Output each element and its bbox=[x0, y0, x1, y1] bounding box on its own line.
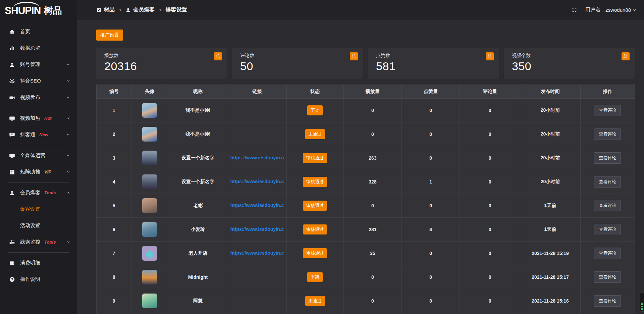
videos-table-wrap: 编号头像昵称链接状态播放量点赞量评论量发布时间操作 1我不是小帅!下架00020… bbox=[96, 85, 635, 314]
stat-card-plays: 播放数20316总 bbox=[96, 48, 227, 79]
view-comments-button[interactable]: 查看评论 bbox=[594, 224, 621, 235]
view-comments-button[interactable]: 查看评论 bbox=[594, 152, 621, 164]
cell-nickname: 设置一个新名字 bbox=[168, 170, 228, 194]
view-comments-button[interactable]: 查看评论 bbox=[594, 128, 621, 140]
avatar bbox=[142, 174, 157, 189]
table-row: 1我不是小帅!下架00020小时前查看评论 bbox=[97, 99, 635, 122]
stat-value: 581 bbox=[376, 60, 491, 73]
cell-comments: 0 bbox=[460, 218, 520, 242]
topbar-right: 用户名： zswodun88 bbox=[572, 7, 637, 13]
stat-card-comments: 评论数50总 bbox=[232, 48, 363, 79]
sidebar-item-consume-detail[interactable]: 消费明细 bbox=[0, 255, 77, 271]
sidebar: SHUPIN 树品 首页数据总览账号管理抖音SEO视频发布视频加热Hot抖客通N… bbox=[0, 0, 77, 314]
cell-id: 8 bbox=[97, 265, 131, 289]
sidebar-divider bbox=[8, 252, 69, 253]
sidebar-item-matrix-boost[interactable]: 矩阵助推VIP bbox=[0, 164, 77, 180]
stats-cards: 播放数20316总评论数50总点赞数581总视频个数350总 bbox=[96, 48, 635, 79]
cell-avatar bbox=[131, 146, 168, 170]
cell-id: 9 bbox=[97, 289, 131, 313]
sidebar-item-account-manage[interactable]: 账号管理 bbox=[0, 56, 77, 73]
sidebar-item-badge: New bbox=[39, 132, 48, 137]
avatar bbox=[142, 127, 157, 142]
stat-label: 播放数 bbox=[104, 53, 219, 59]
sidebar-item-label: 消费明细 bbox=[20, 260, 40, 266]
avatar bbox=[142, 294, 157, 308]
cell-status: 未通过 bbox=[286, 289, 343, 313]
view-comments-button[interactable]: 查看评论 bbox=[594, 176, 621, 188]
wallet-icon bbox=[9, 260, 15, 266]
view-comments-button[interactable]: 查看评论 bbox=[594, 271, 621, 283]
cell-avatar bbox=[131, 99, 168, 122]
username-value: zswodun88 bbox=[605, 7, 631, 13]
sidebar-item-data-overview[interactable]: 数据总览 bbox=[0, 40, 77, 56]
view-comments-button[interactable]: 查看评论 bbox=[594, 248, 621, 259]
sidebar-divider bbox=[8, 182, 69, 182]
home-icon bbox=[9, 29, 15, 35]
cell-action: 查看评论 bbox=[580, 122, 635, 146]
video-link[interactable]: https://www.iesdouyin.c bbox=[230, 179, 284, 184]
cell-action: 查看评论 bbox=[580, 242, 635, 265]
sidebar-divider bbox=[8, 145, 69, 145]
avatar bbox=[142, 103, 157, 118]
cell-action: 查看评论 bbox=[580, 99, 635, 122]
breadcrumb-label: 爆客设置 bbox=[165, 6, 187, 13]
chevron-down-icon bbox=[66, 62, 70, 67]
chevron-down-icon bbox=[66, 79, 70, 83]
widget-bar bbox=[641, 308, 643, 309]
video-link[interactable]: https://www.iesdouyin.c bbox=[230, 203, 284, 208]
cell-time: 20小时前 bbox=[520, 99, 581, 122]
table-row: 2我不是小帅!未通过00020小时前查看评论 bbox=[97, 122, 635, 146]
fullscreen-icon[interactable] bbox=[572, 7, 577, 13]
status-badge: 审核通过 bbox=[303, 224, 327, 234]
table-row: 3设置一个新名字https://www.iesdouyin.c审核通过26300… bbox=[97, 146, 635, 170]
video-link[interactable]: https://www.iesdouyin.c bbox=[230, 226, 284, 232]
sidebar-subitem-activity-settings[interactable]: 活动设置 bbox=[0, 217, 77, 234]
cell-status: 未通过 bbox=[286, 122, 343, 146]
floating-service-widget[interactable] bbox=[640, 292, 644, 312]
cell-comments bbox=[460, 313, 520, 314]
cell-action: 查看评论 bbox=[580, 170, 635, 194]
sidebar-item-video-heat[interactable]: 视频加热Hot bbox=[0, 110, 77, 126]
sidebar-item-member-baoke[interactable]: 会员爆客Tools bbox=[0, 185, 77, 201]
view-comments-button[interactable]: 查看评论 bbox=[594, 105, 621, 116]
cell-id: 6 bbox=[97, 218, 131, 242]
sidebar-item-media-operation[interactable]: 全媒体运营 bbox=[0, 147, 77, 164]
cell-plays: 263 bbox=[343, 146, 401, 170]
sidebar-item-douyin-seo[interactable]: 抖音SEO bbox=[0, 73, 77, 89]
status-badge: 下架 bbox=[307, 272, 323, 282]
username[interactable]: 用户名： zswodun88 bbox=[585, 7, 637, 13]
cell-time: 2021-11-28 15:16 bbox=[520, 289, 581, 313]
cell-id: 1 bbox=[97, 99, 131, 122]
widget-bar bbox=[641, 303, 643, 304]
sidebar-item-operation-guide[interactable]: 操作说明 bbox=[0, 271, 77, 287]
view-comments-button[interactable]: 查看评论 bbox=[594, 200, 621, 211]
column-header: 评论量 bbox=[460, 85, 520, 99]
logo-latin-text: SHUPIN bbox=[5, 4, 41, 16]
sidebar-item-clue-monitor[interactable]: 线索监控Tools bbox=[0, 234, 77, 250]
cell-link: https://www.iesdouyin.c bbox=[228, 194, 286, 218]
cell-likes: 0 bbox=[401, 194, 460, 218]
status-badge: 未通过 bbox=[305, 296, 325, 306]
widget-bar bbox=[641, 309, 643, 310]
cell-link bbox=[228, 99, 286, 122]
sidebar-item-doukertong[interactable]: 抖客通New bbox=[0, 126, 77, 143]
sidebar-item-video-publish[interactable]: 视频发布 bbox=[0, 89, 77, 106]
stat-card-videos: 视频个数350总 bbox=[504, 48, 635, 79]
cell-likes: 0 bbox=[401, 289, 460, 313]
breadcrumb-item-member[interactable]: 会员爆客 bbox=[125, 6, 155, 13]
column-header: 点赞量 bbox=[401, 85, 460, 99]
cell-plays: 0 bbox=[343, 194, 401, 218]
stat-label: 视频个数 bbox=[512, 53, 627, 59]
status-badge: 审核通过 bbox=[303, 177, 327, 187]
content: 推广设置 播放数20316总评论数50总点赞数581总视频个数350总 编号头像… bbox=[77, 20, 644, 314]
breadcrumb-item-home[interactable]: 树品 bbox=[96, 6, 115, 13]
sidebar-subitem-baoke-settings[interactable]: 爆客设置 bbox=[0, 201, 77, 217]
sidebar-item-home[interactable]: 首页 bbox=[0, 23, 77, 40]
promo-settings-button[interactable]: 推广设置 bbox=[96, 30, 123, 41]
view-comments-button[interactable]: 查看评论 bbox=[594, 295, 621, 307]
user-icon bbox=[125, 7, 131, 13]
video-link[interactable]: https://www.iesdouyin.c bbox=[230, 155, 284, 160]
cell-nickname: 小爱玲 bbox=[168, 218, 228, 242]
sidebar-item-label: 全媒体运营 bbox=[20, 152, 45, 159]
video-link[interactable]: https://www.iesdouyin.c bbox=[230, 250, 284, 256]
